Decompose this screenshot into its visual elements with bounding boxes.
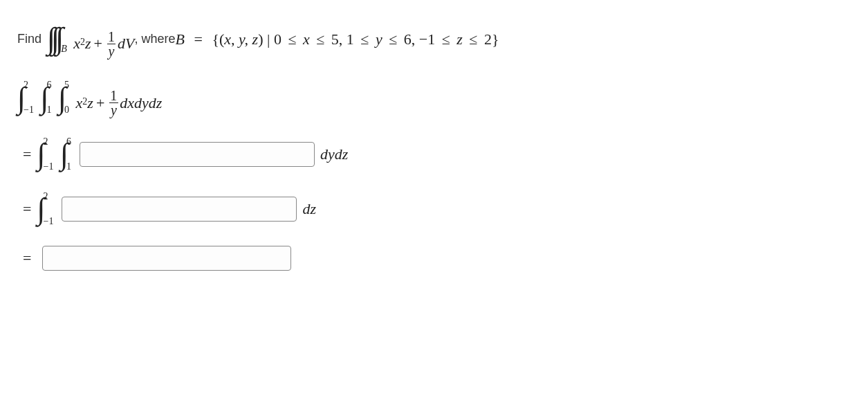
step-expanded-integral: ∫ 2 −1 ∫ 6 1 ∫ 5 0 x2z + 1 y bbox=[17, 80, 851, 118]
fraction-1-over-y: 1 y bbox=[107, 30, 116, 58]
diff-dz: dz bbox=[302, 200, 316, 218]
answer-input-dz[interactable] bbox=[62, 197, 297, 222]
step-final-answer: = bbox=[17, 246, 851, 271]
step-after-y-integral: = ∫ 2 −1 dz bbox=[17, 191, 851, 226]
integral-y: ∫ 6 1 bbox=[40, 80, 51, 116]
where-label: , where bbox=[134, 32, 175, 46]
fraction-1-over-y-step2: 1 y bbox=[109, 89, 118, 117]
integral-z: ∫ 2 −1 bbox=[17, 80, 34, 116]
step-after-x-integral: = ∫ 2 −1 ∫ 6 1 dydz bbox=[17, 136, 851, 172]
integral-y-step3: ∫ 6 1 bbox=[60, 136, 71, 172]
problem-statement: Find ∫ ∫ ∫ B x2z + 1 y dV , where B = {(… bbox=[17, 21, 851, 58]
integral-z-step4: ∫ 2 −1 bbox=[37, 191, 53, 226]
integral-region-sub: B bbox=[61, 44, 67, 55]
diff-dydz: dydz bbox=[320, 145, 348, 163]
integral-x: ∫ 5 0 bbox=[58, 80, 69, 116]
answer-input-dydz[interactable] bbox=[80, 142, 315, 167]
find-label: Find bbox=[17, 32, 41, 46]
triple-integral: ∫ ∫ ∫ B bbox=[47, 21, 67, 56]
integrand-expression-step2: x2z + 1 y dxdydz bbox=[76, 89, 163, 117]
integral-z-step3: ∫ 2 −1 bbox=[37, 136, 53, 172]
region-definition: B = {(x, y, z) | 0 ≤ x ≤ 5, 1 ≤ y ≤ 6, −… bbox=[176, 30, 499, 48]
answer-input-final[interactable] bbox=[42, 246, 291, 271]
integrand-expression: x2z + 1 y dV bbox=[73, 30, 134, 58]
